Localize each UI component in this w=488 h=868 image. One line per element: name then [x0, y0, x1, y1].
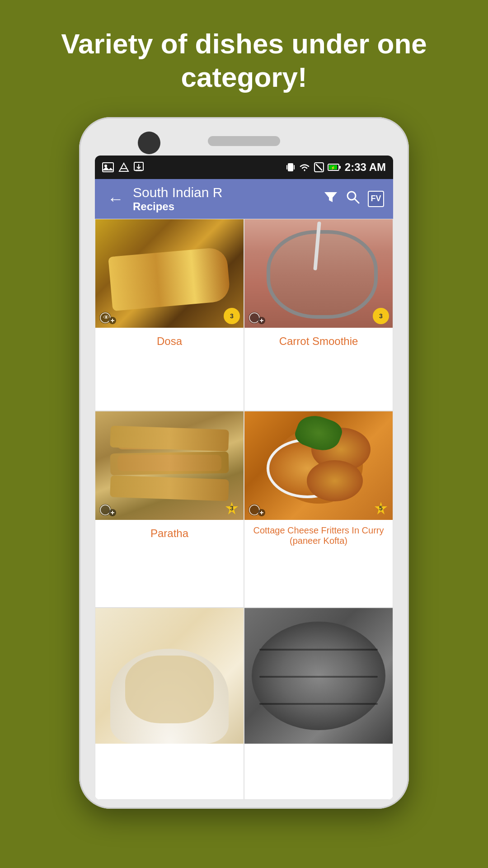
paneer-kofta-rating: 5 [373, 500, 389, 516]
add-icon-dosa[interactable]: 👁 [99, 311, 116, 324]
recipe-item-paratha[interactable]: 3 Paratha [95, 411, 244, 608]
recipe-item-5[interactable] [95, 608, 244, 800]
svg-marker-16 [324, 192, 337, 202]
svg-text:⚡: ⚡ [331, 165, 335, 170]
filter-button[interactable] [324, 190, 338, 207]
app-title-main: South Indian R [133, 185, 318, 200]
svg-rect-9 [294, 165, 295, 170]
status-time: 2:33 AM [345, 161, 386, 174]
speaker-grille [208, 136, 280, 146]
image-icon [102, 162, 114, 172]
phone-frame: ⚡ 2:33 AM ← South Indian R Recipes [79, 117, 409, 809]
wifi-icon [299, 163, 310, 172]
status-right-icons: ⚡ 2:33 AM [286, 161, 386, 174]
item5-image-container [95, 608, 244, 744]
svg-point-1 [104, 165, 107, 167]
download-icon [134, 162, 144, 173]
nav-icon [118, 162, 129, 172]
item5-image [95, 608, 244, 744]
svg-rect-8 [286, 165, 287, 170]
add-icon-paratha[interactable] [99, 504, 116, 516]
paratha-image [95, 411, 244, 520]
signal-block-icon [314, 162, 324, 172]
paneer-kofta-image [244, 411, 393, 520]
svg-line-18 [355, 199, 359, 203]
vibrate-icon [286, 162, 295, 172]
app-bar-actions: FV [324, 190, 384, 207]
shield-button[interactable]: FV [368, 191, 384, 207]
app-title-sub: Recipes [133, 200, 318, 213]
back-button[interactable]: ← [104, 186, 127, 212]
dosa-name: Dosa [95, 328, 244, 355]
paratha-image-container: 3 [95, 411, 244, 520]
paratha-name: Paratha [95, 520, 244, 547]
paneer-kofta-name: Cottage Cheese Fritters In Curry (paneer… [244, 520, 393, 552]
recipe-item-paneer-kofta[interactable]: 5 Cottage Cheese Fritters In Curry (pane… [244, 411, 393, 608]
carrot-smoothie-image-container: 3 [244, 219, 393, 328]
paratha-rating: 3 [224, 500, 240, 516]
app-bar-title: South Indian R Recipes [133, 185, 318, 213]
svg-rect-7 [288, 163, 293, 171]
phone-screen: ⚡ 2:33 AM ← South Indian R Recipes [95, 156, 393, 800]
recipe-item-carrot-smoothie[interactable]: 3 Carrot Smoothie [244, 219, 393, 411]
svg-rect-14 [339, 166, 341, 169]
dosa-image-container: 👁 3 [95, 219, 244, 328]
battery-icon: ⚡ [328, 163, 341, 171]
dosa-image [95, 219, 244, 328]
svg-marker-2 [119, 163, 128, 171]
paneer-kofta-image-container: 5 [244, 411, 393, 520]
carrot-smoothie-image [244, 219, 393, 328]
status-bar: ⚡ 2:33 AM [95, 156, 393, 179]
app-bar: ← South Indian R Recipes [95, 179, 393, 219]
add-icon-carrot-smoothie[interactable] [248, 311, 265, 324]
hero-heading: Variety of dishes under one category! [0, 0, 488, 117]
carrot-smoothie-name: Carrot Smoothie [244, 328, 393, 355]
svg-line-11 [316, 164, 322, 170]
recipe-item-6[interactable] [244, 608, 393, 800]
add-icon-paneer-kofta[interactable] [248, 504, 265, 516]
dosa-rating: 3 [224, 308, 240, 324]
camera-dot [138, 132, 160, 154]
svg-text:👁: 👁 [103, 314, 109, 321]
status-left-icons [102, 162, 144, 173]
recipe-item-dosa[interactable]: 👁 3 Dosa [95, 219, 244, 411]
recipe-grid: 👁 3 Dosa [95, 219, 393, 800]
item6-image-container [244, 608, 393, 744]
search-button[interactable] [346, 190, 360, 207]
item6-image [244, 608, 393, 744]
carrot-smoothie-rating: 3 [373, 308, 389, 324]
